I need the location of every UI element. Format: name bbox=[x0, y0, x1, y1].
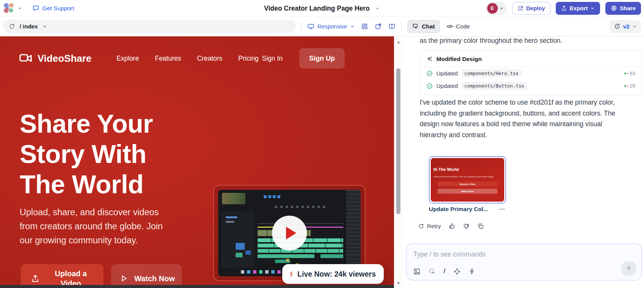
file-update-row: Updated components/Button.tsx +-29 bbox=[420, 80, 641, 95]
attach-image-icon[interactable] bbox=[413, 268, 420, 275]
arrow-up-icon bbox=[625, 265, 632, 272]
live-dot-icon bbox=[290, 271, 292, 277]
assistant-message-tail: as the primary color throughout the hero… bbox=[420, 37, 562, 45]
live-now-badge: Live Now: 24k viewers bbox=[282, 264, 384, 284]
version-label: v2 bbox=[623, 23, 630, 30]
avatar: E bbox=[487, 3, 498, 14]
watch-now-button[interactable]: Watch Now bbox=[111, 264, 182, 288]
workspace-chevron-icon[interactable] bbox=[17, 6, 22, 11]
version-card-title[interactable]: Update Primary Col... bbox=[429, 206, 488, 213]
component-tree-icon[interactable] bbox=[361, 23, 368, 30]
nav-link-features[interactable]: Features bbox=[155, 55, 181, 63]
version-chevron-icon bbox=[632, 24, 637, 29]
nav-link-pricing[interactable]: Pricing bbox=[238, 55, 259, 63]
export-chevron-icon bbox=[590, 6, 595, 11]
scroll-down-arrow[interactable]: ▼ bbox=[394, 281, 403, 285]
deploy-icon bbox=[517, 5, 524, 11]
toolbar-divider bbox=[301, 22, 302, 31]
brand-logo[interactable]: VideoShare bbox=[19, 52, 92, 65]
video-editor-thumbnail bbox=[218, 190, 361, 276]
share-label: Share bbox=[620, 5, 636, 11]
send-button[interactable] bbox=[621, 261, 636, 276]
thumbs-up-icon[interactable] bbox=[449, 223, 455, 230]
upload-video-button[interactable]: Upload a Video bbox=[21, 264, 103, 288]
tab-code[interactable]: </> Code bbox=[447, 23, 470, 30]
update-action: Updated bbox=[436, 83, 458, 89]
video-camera-icon bbox=[19, 52, 33, 65]
globe-icon bbox=[611, 5, 617, 11]
copy-icon[interactable] bbox=[477, 223, 484, 230]
preview-viewport: VideoShare Explore Features Creators Pri… bbox=[0, 36, 394, 288]
brand-name: VideoShare bbox=[38, 53, 92, 64]
viewport-label: Responsive bbox=[317, 23, 347, 30]
update-action: Updated bbox=[436, 70, 458, 77]
landing-nav-links: Explore Features Creators Pricing bbox=[117, 55, 259, 63]
play-outline-icon bbox=[119, 274, 128, 283]
get-support-label: Get Support bbox=[42, 5, 74, 12]
preview-horizontal-scrollbar[interactable] bbox=[0, 285, 394, 288]
modified-design-title: Modified Design bbox=[436, 56, 482, 63]
tab-chat[interactable]: Chat bbox=[407, 20, 439, 33]
export-button[interactable]: Export bbox=[556, 2, 600, 15]
retry-icon bbox=[418, 223, 424, 229]
chat-panel: as the primary color throughout the hero… bbox=[402, 36, 644, 288]
title-chevron-icon[interactable] bbox=[375, 6, 380, 11]
chat-input[interactable] bbox=[413, 249, 615, 260]
split-view-icon[interactable] bbox=[388, 23, 395, 30]
retry-label: Retry bbox=[427, 223, 441, 230]
sign-up-button[interactable]: Sign Up bbox=[299, 48, 345, 69]
app-logo-icon[interactable] bbox=[4, 3, 14, 13]
code-icon: </> bbox=[447, 23, 453, 29]
thumbs-down-icon[interactable] bbox=[463, 223, 470, 230]
deploy-label: Deploy bbox=[526, 5, 545, 11]
export-label: Export bbox=[570, 5, 588, 11]
chat-bubble-icon bbox=[32, 5, 39, 12]
diff-stats: +-83 bbox=[624, 70, 635, 76]
account-chevron-icon bbox=[499, 6, 504, 11]
play-button[interactable] bbox=[272, 216, 307, 250]
hero-heading: Share Your Story With The World bbox=[20, 108, 153, 199]
route-chevron-icon[interactable] bbox=[42, 24, 47, 29]
history-icon bbox=[614, 23, 621, 30]
scroll-up-arrow[interactable]: ▲ bbox=[394, 40, 403, 44]
nav-link-explore[interactable]: Explore bbox=[117, 55, 139, 63]
version-thumbnail: th The World videos around the globe. Jo… bbox=[431, 158, 504, 202]
page-title: Video Creator Landing Page Hero bbox=[264, 5, 370, 13]
updated-file-chip[interactable]: components/Button.tsx bbox=[461, 82, 527, 90]
scrollbar-thumb[interactable] bbox=[396, 68, 400, 214]
viewport-selector[interactable]: Responsive bbox=[307, 23, 355, 30]
updated-file-chip[interactable]: components/Hero.tsx bbox=[461, 69, 522, 77]
select-element-icon[interactable] bbox=[428, 268, 436, 275]
more-options-icon[interactable]: ⋯ bbox=[499, 205, 506, 213]
integrations-icon[interactable] bbox=[453, 268, 461, 275]
live-badge-label: Live Now: 24k viewers bbox=[297, 270, 376, 279]
sparkles-icon bbox=[426, 56, 433, 63]
upload-icon bbox=[561, 5, 567, 11]
hero-subtext: Upload, share, and discover videos from … bbox=[20, 205, 172, 247]
account-menu[interactable]: E bbox=[486, 2, 507, 15]
code-tab-label: Code bbox=[456, 23, 470, 30]
refresh-icon[interactable] bbox=[9, 23, 15, 30]
open-in-new-icon[interactable] bbox=[375, 23, 382, 30]
file-update-row: Updated components/Hero.tsx +-83 bbox=[420, 67, 641, 80]
diff-stats: +-29 bbox=[624, 83, 635, 89]
sign-in-link[interactable]: Sign In bbox=[262, 55, 283, 63]
slash-command-icon[interactable]: / bbox=[444, 268, 445, 275]
upload-icon bbox=[31, 274, 40, 283]
url-bar[interactable]: / index bbox=[3, 20, 295, 33]
version-preview-card[interactable]: th The World videos around the globe. Jo… bbox=[429, 156, 506, 203]
quick-actions-icon[interactable] bbox=[469, 268, 475, 275]
share-button[interactable]: Share bbox=[605, 2, 641, 15]
preview-scrollbar[interactable]: ▲ ▼ bbox=[394, 36, 402, 288]
viewport-chevron-icon bbox=[350, 24, 355, 29]
deploy-button[interactable]: Deploy bbox=[512, 2, 550, 15]
route-path: / index bbox=[20, 23, 38, 30]
get-support-button[interactable]: Get Support bbox=[32, 5, 74, 12]
chat-tab-label: Chat bbox=[422, 23, 435, 30]
chat-tab-icon bbox=[412, 23, 419, 30]
nav-link-creators[interactable]: Creators bbox=[197, 55, 222, 63]
retry-button[interactable]: Retry bbox=[418, 223, 441, 230]
chat-input-container: / bbox=[406, 244, 642, 280]
preview-toolbar: / index Responsive Chat </> Code v bbox=[0, 17, 644, 36]
version-selector[interactable]: v2 bbox=[610, 20, 641, 33]
